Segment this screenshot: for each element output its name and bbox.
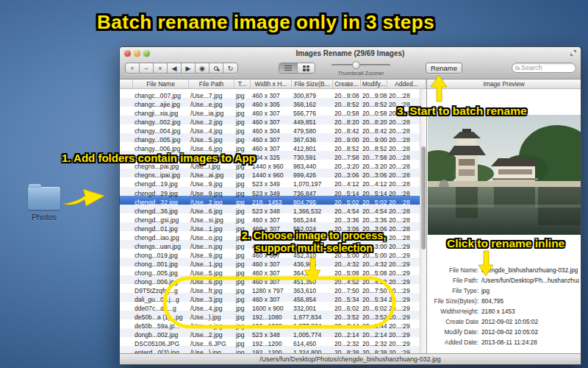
cell-size: 1,877,834 xyxy=(292,314,333,321)
search-field[interactable] xyxy=(512,63,576,73)
cell-dims: 192...1200 xyxy=(251,340,292,347)
desktop: Batch rename image only in 3 steps Photo… xyxy=(0,0,588,368)
toolbar: +−×◀▶◉↻ Thumbnail Zoomer Rename xyxy=(120,60,581,79)
meta-value: 2013-08-11 11:24:28 xyxy=(481,339,537,346)
cell-modify: 20...5:34 xyxy=(361,296,387,303)
column-header[interactable]: File Name xyxy=(133,79,189,88)
cell-path: /Use...o.jpg xyxy=(189,234,234,241)
cell-modify: 20...4:12 xyxy=(361,180,387,188)
metadata-list: File Name:chengde_bishushanzhuang-032.jp… xyxy=(430,265,579,347)
cell-name: D9T5tZzqfr.j...g xyxy=(133,287,189,294)
cell-size: 367,636 xyxy=(292,136,333,144)
meta-value: /Users/fun/Desktop/Ph...hushanzhuang-032… xyxy=(481,277,579,284)
cell-type: jpg xyxy=(234,101,251,108)
cell-modify: 20...5:14 xyxy=(361,190,387,197)
photos-folder[interactable]: Photos xyxy=(25,187,63,222)
cell-name: dde07c...d4...g xyxy=(133,305,189,312)
cell-dims: 460 x 307 xyxy=(251,118,292,126)
remove-button[interactable]: − xyxy=(140,63,154,73)
meta-value: 804,795 xyxy=(481,297,503,305)
cell-path: /Use...5.jpg xyxy=(189,136,234,144)
cell-type: jpg xyxy=(234,269,251,277)
cell-size: 451,390 xyxy=(292,278,333,286)
cell-name: dali_gu...03.j...g xyxy=(133,296,189,303)
meta-label: WidthxHeight: xyxy=(430,308,478,315)
cell-name: chong...006.jpg xyxy=(133,278,189,286)
magnifier-button[interactable] xyxy=(209,63,223,73)
cell-create: 20...3:44 xyxy=(333,322,361,330)
add-button[interactable]: + xyxy=(126,63,140,73)
column-header[interactable]: Modify... xyxy=(361,79,387,88)
vertical-scrollbar[interactable] xyxy=(420,89,426,353)
cell-name: de50b...59a.jp... xyxy=(133,322,189,330)
cell-name: chengd...36.jpg xyxy=(133,208,189,215)
cell-type: jpg xyxy=(234,216,251,224)
cell-create: 20...3:52 xyxy=(333,314,361,321)
meta-row: File Path:/Users/fun/Desktop/Ph...hushan… xyxy=(430,275,579,286)
cell-path: /Use...6.jpg xyxy=(189,278,234,286)
cell-path: /Use...n.jpg xyxy=(189,243,234,250)
window-titlebar[interactable]: Images Rename (29/69 Images) xyxy=(120,47,581,60)
grid-view-button[interactable] xyxy=(297,63,315,73)
cell-create: 20...8:20 xyxy=(333,118,361,126)
cell-modify: 20...9:00 xyxy=(361,136,387,144)
column-header[interactable]: File Path xyxy=(189,79,234,88)
table-row[interactable]: changc...007.jpg/Use...7.jpgjpg460 x 307… xyxy=(120,89,426,98)
cell-path: /Use...1.jpg xyxy=(189,225,234,233)
cell-path: /Use...1.jpg xyxy=(189,261,234,268)
thumbnail-zoomer-slider[interactable] xyxy=(331,64,390,66)
next-button[interactable]: ▶ xyxy=(182,63,196,73)
cell-dims: 218...1453 xyxy=(251,199,292,206)
cell-name: changy...004.jpg xyxy=(133,127,189,135)
list-view-button[interactable] xyxy=(279,63,297,73)
column-header[interactable]: Added... xyxy=(387,79,426,88)
cell-modify: 20...5:02 xyxy=(361,199,387,206)
cell-size: 449,851 xyxy=(292,118,333,126)
cell-size: 804,795 xyxy=(292,199,333,206)
column-header[interactable]: T... xyxy=(234,79,251,88)
toolbar-button-group: +−×◀▶◉↻ xyxy=(125,63,238,74)
preview-eye-button[interactable]: ◉ xyxy=(196,63,209,73)
slider-knob[interactable] xyxy=(352,61,360,69)
previous-button[interactable]: ◀ xyxy=(168,63,182,73)
cell-create: 20...7:50 xyxy=(333,287,361,294)
refresh-button[interactable]: ↻ xyxy=(223,63,237,73)
meta-row: File Type:jpg xyxy=(430,286,579,296)
column-header[interactable]: File Size(B... xyxy=(292,79,333,88)
cell-dims: 1600 x 900 xyxy=(251,305,292,312)
cell-modify: 20...8:20 xyxy=(361,118,387,126)
cell-modify: 20...0:58 xyxy=(361,110,387,117)
rename-button[interactable]: Rename xyxy=(426,63,462,74)
cell-create: 20...9:08 xyxy=(333,92,361,99)
scrollbar-thumb[interactable] xyxy=(421,146,426,250)
cell-dims: 523 x 348 xyxy=(251,208,292,215)
preview-panel: Image Preview xyxy=(427,79,581,353)
meta-row: Added Date:2013-08-11 11:24:28 xyxy=(430,337,579,347)
column-header[interactable]: Width x H... xyxy=(251,79,292,88)
preview-header: Image Preview xyxy=(427,79,581,89)
cell-type: jpg xyxy=(234,314,251,321)
meta-value[interactable]: chengde_bishushanzhuang-032.jpg xyxy=(481,266,578,274)
column-header[interactable] xyxy=(120,79,133,88)
cell-modify: 20...8:52 xyxy=(361,145,387,152)
cell-size: 1,070,197 xyxy=(292,180,333,188)
meta-value: 2012-09-02 10:05:02 xyxy=(481,318,538,325)
delete-button[interactable]: × xyxy=(154,63,168,73)
column-header[interactable]: Create... xyxy=(333,79,361,88)
cell-dims: 460 x 307 xyxy=(251,278,292,286)
cell-create: 20...2:14 xyxy=(333,331,361,339)
cell-create: 20...8:42 xyxy=(333,127,361,135)
cell-type: jpg xyxy=(234,92,251,99)
cell-type: jpg xyxy=(234,287,251,294)
cell-name: changc...ajie.jpg xyxy=(133,101,189,108)
cell-dims: 460 x 307 xyxy=(251,145,292,152)
search-input[interactable] xyxy=(521,64,573,71)
cell-size: 999,426 xyxy=(292,171,333,179)
cell-path: /Use...ai.jpg xyxy=(189,171,234,179)
thumbnail-zoomer-label: Thumbnail Zoomer xyxy=(331,70,390,77)
cell-dims: 460 x 307 xyxy=(251,110,292,117)
cell-modify: 20...2:32 xyxy=(361,340,387,347)
cell-path: /Use...6.JPG xyxy=(189,340,234,347)
fullscreen-icon[interactable] xyxy=(570,49,577,57)
cell-create: 20...6:02 xyxy=(333,305,361,312)
